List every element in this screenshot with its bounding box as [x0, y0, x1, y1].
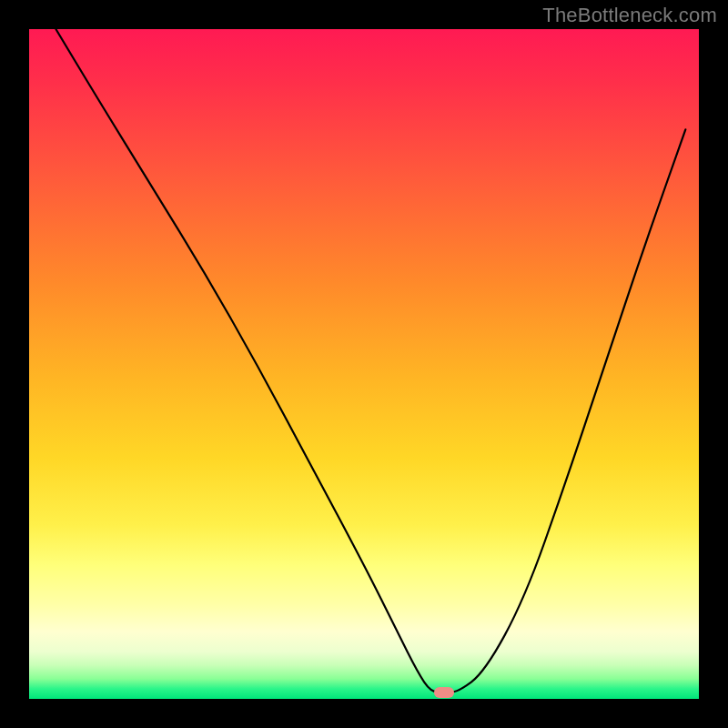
bottleneck-curve: [29, 29, 699, 699]
chart-stage: TheBottleneck.com: [0, 0, 728, 728]
watermark-text: TheBottleneck.com: [542, 4, 717, 27]
optimum-marker: [434, 687, 454, 698]
plot-area: [29, 29, 699, 699]
